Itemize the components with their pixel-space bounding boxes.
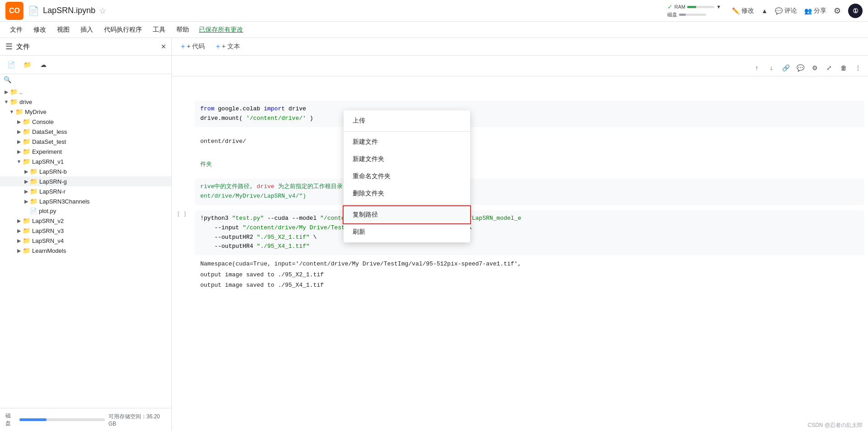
green-text: rive中的文件路径,: [200, 183, 253, 190]
tree-item-lapsrn-v1[interactable]: ▼ 📁 LapSRN_v1: [0, 156, 171, 166]
tree-item-dataset-test[interactable]: ▶ 📁 DataSet_test: [0, 137, 171, 147]
tree-item-lapsrn-b[interactable]: ▶ 📁 LapSRN-b: [0, 166, 171, 176]
upload-icon[interactable]: ☁: [36, 57, 51, 72]
chevron-icon: ▶: [24, 169, 29, 175]
menu-file[interactable]: 文件: [5, 24, 27, 36]
tree-item-lapsrn-g[interactable]: ▶ 📁 LapSRN-g: [0, 176, 171, 186]
more-button[interactable]: ⋮: [852, 62, 864, 74]
ram-bar: [687, 6, 714, 8]
comment-button[interactable]: 💬 评论: [775, 7, 797, 15]
menu-edit[interactable]: 修改: [29, 24, 51, 36]
share-button[interactable]: 👥 分享: [804, 7, 826, 15]
tree-item-plot-py[interactable]: 📄 plot.py: [0, 206, 171, 216]
tree-item-label: ..: [19, 89, 23, 95]
ram-disk-indicator[interactable]: ✓ RAM ▼ 磁盘: [667, 3, 721, 18]
move-down-button[interactable]: ↓: [765, 62, 778, 74]
menu-insert[interactable]: 插入: [76, 24, 98, 36]
ram-label: RAM: [675, 4, 685, 9]
storage-text: 可用存储空间：36.20 GB: [108, 413, 166, 427]
hamburger-icon[interactable]: ☰: [5, 42, 13, 52]
code-text: !python3: [200, 215, 232, 222]
menu-tools[interactable]: 工具: [148, 24, 170, 36]
add-text-button[interactable]: + + 文本: [212, 41, 243, 52]
disk-bar: [679, 14, 706, 16]
file-name[interactable]: LapSRN.ipynb: [43, 6, 95, 15]
cell-toolbar: ↑ ↓ 🔗 💬 ⚙ ⤢ 🗑 ⋮: [172, 60, 868, 76]
tree-item-label: MyDrive: [25, 109, 47, 115]
output-to-2: to: [267, 282, 274, 289]
ctx-upload[interactable]: 上传: [344, 112, 470, 129]
code-text: \: [313, 234, 317, 241]
ctx-rename-folder[interactable]: 重命名文件夹: [344, 168, 470, 185]
disk-fill: [679, 14, 686, 16]
storage-label: 磁盘: [5, 412, 16, 427]
menu-help[interactable]: 帮助: [172, 24, 193, 36]
keyword: import: [264, 105, 285, 112]
new-file-icon[interactable]: 📄: [4, 57, 18, 72]
ctx-refresh[interactable]: 刷新: [344, 223, 470, 241]
menubar: 文件 修改 视图 插入 代码执行程序 工具 帮助 已保存所有更改: [0, 22, 868, 38]
tree-item-mydrive[interactable]: ▼ 📁 MyDrive: [0, 107, 171, 117]
menu-runtime[interactable]: 代码执行程序: [99, 24, 146, 36]
expand-button[interactable]: ⤢: [823, 62, 835, 74]
folder-icon: 📁: [23, 227, 30, 234]
tree-item-experiment[interactable]: ▶ 📁 Experiment: [0, 147, 171, 156]
tree-item-console[interactable]: ▶ 📁 Console: [0, 117, 171, 127]
settings-cell-button[interactable]: ⚙: [808, 62, 821, 74]
link-button[interactable]: 🔗: [779, 62, 792, 74]
tree-item-lapsrn-v3[interactable]: ▶ 📁 LapSRN_v3: [0, 226, 171, 236]
ctx-delete-folder[interactable]: 删除文件夹: [344, 185, 470, 202]
output-to-1: to: [267, 271, 274, 278]
tree-item-drive[interactable]: ▼ 📁 drive: [0, 97, 171, 107]
tree-item-label: DataSet_test: [32, 138, 66, 145]
tree-item-parent[interactable]: ▶ 📁 ..: [0, 87, 171, 97]
code-text: drive: [288, 105, 306, 112]
edit-button[interactable]: ✏️ 修改: [732, 7, 754, 15]
folder-icon: 📁: [30, 188, 38, 195]
chevron-icon: ▶: [16, 119, 22, 125]
share-icon: 👥: [804, 7, 812, 14]
tree-item-label: drive: [19, 99, 32, 105]
cell-content[interactable]: rive中的文件路径, drive 为之前指定的工作根目录，要加上 ent/dr…: [195, 179, 864, 205]
colab-logo: CO: [5, 2, 24, 20]
file-title-area: 📄 LapSRN.ipynb ☆: [28, 5, 106, 16]
comment-cell-button[interactable]: 💬: [794, 62, 807, 74]
menu-view[interactable]: 视图: [52, 24, 74, 36]
red-text: drive: [257, 183, 274, 190]
tree-item-dataset-less[interactable]: ▶ 📁 DataSet_less: [0, 127, 171, 137]
ctx-copy-path[interactable]: 复制路径: [344, 206, 470, 223]
new-folder-icon[interactable]: 📁: [20, 57, 34, 72]
folder-icon: 📁: [23, 237, 30, 244]
cell-content[interactable]: !python3 "test.py" --cuda --model "/cont…: [195, 210, 864, 294]
move-up-button[interactable]: ↑: [750, 62, 763, 74]
file-icon: 📄: [30, 208, 37, 214]
topbar: CO 📄 LapSRN.ipynb ☆ ✓ RAM ▼ 磁盘 ✏️: [0, 0, 868, 22]
delete-cell-button[interactable]: 🗑: [837, 62, 850, 74]
code-line: rive中的文件路径, drive 为之前指定的工作根目录，要加上: [200, 182, 859, 192]
sidebar-close-button[interactable]: ×: [161, 42, 166, 52]
ctx-new-folder[interactable]: 新建文件夹: [344, 151, 470, 168]
tree-item-lapsrn-r[interactable]: ▶ 📁 LapSRN-r: [0, 186, 171, 196]
tree-item-lapsrn-v2[interactable]: ▶ 📁 LapSRN_v2: [0, 216, 171, 226]
ctx-new-file[interactable]: 新建文件: [344, 133, 470, 151]
plus-icon: +: [216, 43, 220, 51]
code-text: drive.mount(: [200, 115, 243, 122]
star-icon[interactable]: ☆: [99, 6, 106, 16]
search-icon[interactable]: 🔍: [4, 76, 11, 83]
settings-icon[interactable]: ⚙: [834, 6, 841, 16]
tree-item-lapsrn-v4[interactable]: ▶ 📁 LapSRN_v4: [0, 236, 171, 246]
dropdown-icon[interactable]: ▼: [716, 4, 721, 9]
chevron-up-icon[interactable]: ▲: [761, 7, 768, 14]
cell-content[interactable]: from google.colab import drive drive.mou…: [195, 101, 864, 127]
tree-item-learnmodels[interactable]: ▶ 📁 LearnModels: [0, 246, 171, 256]
folder-icon: 📁: [23, 158, 30, 165]
cell-content[interactable]: 件夹: [195, 156, 864, 173]
user-avatar[interactable]: ①: [848, 4, 863, 18]
add-code-button[interactable]: + + 代码: [177, 41, 208, 52]
folder-icon: 📁: [23, 138, 30, 145]
markdown-cell-2: 件夹: [172, 154, 868, 175]
saved-status[interactable]: 已保存所有更改: [199, 26, 243, 34]
tree-item-label: Console: [32, 118, 54, 125]
code-line: from google.colab import drive: [200, 104, 859, 114]
tree-item-lapsrn3channels[interactable]: ▶ 📁 LapSRN3Channels: [0, 196, 171, 206]
